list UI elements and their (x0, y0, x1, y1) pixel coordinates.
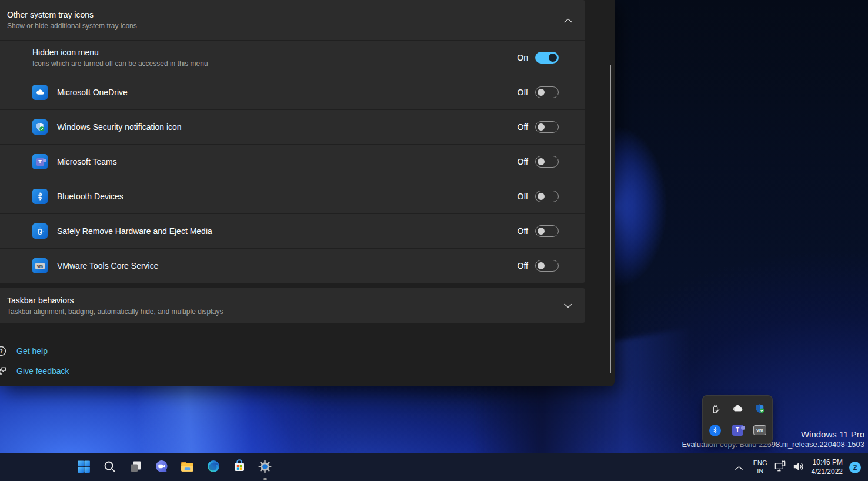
chevron-down-icon (564, 301, 572, 310)
svg-text:?: ? (0, 348, 3, 354)
edge-icon (206, 459, 221, 476)
expander-subtitle: Taskbar alignment, badging, automaticall… (7, 307, 223, 316)
teams-letter: T (736, 427, 739, 433)
onedrive-tray-icon[interactable] (727, 399, 747, 419)
help-icon: ? (0, 345, 7, 357)
taskbar-behaviors-expander[interactable]: Taskbar behaviors Taskbar alignment, bad… (0, 288, 585, 323)
toggle-state-label: On (517, 53, 528, 62)
windows-security-tray-icon[interactable] (750, 399, 770, 419)
link-label: Give feedback (16, 366, 69, 376)
system-status-icons[interactable] (774, 460, 805, 476)
other-tray-icons-header[interactable]: Other system tray icons Show or hide add… (0, 0, 585, 40)
search-button[interactable] (100, 458, 119, 477)
tray-icon-row-vmware: vm VMware Tools Core Service Off (0, 248, 585, 283)
show-hidden-icons-button[interactable] (732, 458, 747, 477)
teams-toggle[interactable] (535, 156, 559, 168)
tray-icon-row-bluetooth: Bluetooth Devices Off (0, 179, 585, 213)
start-button[interactable] (74, 458, 94, 477)
hidden-icon-menu-row: Hidden icon menu Icons which are turned … (0, 40, 585, 75)
chevron-up-icon (564, 16, 572, 25)
windows-security-toggle[interactable] (535, 121, 559, 133)
row-label: Microsoft Teams (57, 157, 117, 166)
windows-security-icon (32, 119, 48, 135)
chat-icon (155, 459, 169, 476)
collapse-expander-button[interactable] (559, 11, 577, 29)
volume-icon (792, 460, 805, 476)
vmware-tray-icon[interactable]: vm (750, 420, 770, 440)
bluetooth-toggle[interactable] (535, 191, 559, 202)
tray-icon-row-windows-security: Windows Security notification icon Off (0, 109, 585, 144)
row-subtitle: Icons which are turned off can be access… (32, 59, 208, 68)
vmware-toggle[interactable] (535, 260, 559, 272)
settings-button[interactable] (255, 458, 275, 477)
windows-start-icon (76, 459, 91, 476)
toggle-state-label: Off (518, 226, 528, 236)
onedrive-toggle[interactable] (535, 86, 559, 98)
tray-icon-row-teams: T Microsoft Teams Off (0, 144, 585, 179)
expander-title: Taskbar behaviors (7, 295, 223, 306)
row-label: Microsoft OneDrive (57, 88, 128, 97)
row-label: Bluetooth Devices (57, 192, 123, 201)
search-icon (103, 460, 116, 476)
file-explorer-button[interactable] (178, 458, 197, 477)
toggle-state-label: Off (518, 192, 528, 201)
file-explorer-icon (180, 459, 195, 476)
edge-button[interactable] (203, 458, 223, 477)
running-app-indicator (263, 478, 267, 480)
feedback-icon (0, 365, 7, 377)
clock[interactable]: 10:46 PM 4/21/2022 (812, 458, 843, 476)
taskbar-tray: ENG IN 10:46 PM 4/21/2022 2 (732, 453, 861, 481)
row-label: Windows Security notification icon (57, 122, 182, 132)
give-feedback-link[interactable]: Give feedback (0, 365, 615, 378)
expander-subtitle: Show or hide additional system tray icon… (7, 21, 137, 31)
teams-tray-icon[interactable]: T (727, 420, 747, 440)
settings-gear-icon (258, 459, 272, 476)
teams-icon: T (32, 154, 48, 169)
scrollbar[interactable] (610, 65, 611, 373)
toggle-state-label: Off (518, 88, 528, 97)
row-title: Hidden icon menu (32, 47, 208, 58)
language-line2: IN (753, 467, 767, 476)
language-line1: ENG (753, 459, 767, 467)
safely-remove-hardware-icon (32, 223, 48, 239)
taskbar-app-icons (74, 453, 275, 481)
safely-remove-toggle[interactable] (535, 225, 559, 237)
chevron-up-icon (735, 462, 743, 473)
task-view-icon (129, 459, 143, 476)
task-view-button[interactable] (126, 458, 145, 477)
row-label: VMware Tools Core Service (57, 261, 158, 270)
other-tray-icons-expander: Other system tray icons Show or hide add… (0, 0, 585, 283)
chat-button[interactable] (152, 458, 171, 477)
expand-expander-button[interactable] (559, 297, 577, 315)
microsoft-store-button[interactable] (229, 458, 249, 477)
toggle-state-label: Off (518, 261, 528, 270)
taskbar: ENG IN 10:46 PM 4/21/2022 2 (0, 453, 868, 481)
toggle-state-label: Off (518, 157, 528, 166)
vmware-letters: vm (37, 264, 43, 268)
tray-icon-row-onedrive: Microsoft OneDrive Off (0, 75, 585, 109)
get-help-link[interactable]: ? Get help (0, 345, 615, 358)
expander-title: Other system tray icons (7, 9, 137, 20)
network-icon (774, 460, 787, 476)
vmware-tools-icon: vm (32, 258, 48, 273)
time: 10:46 PM (812, 458, 843, 467)
onedrive-icon (32, 85, 48, 100)
row-label: Safely Remove Hardware and Eject Media (57, 226, 212, 236)
language-indicator[interactable]: ENG IN (753, 459, 767, 476)
safely-remove-hardware-tray-icon[interactable] (705, 399, 725, 419)
tray-icon-row-safely-remove: Safely Remove Hardware and Eject Media O… (0, 213, 585, 248)
notification-badge[interactable]: 2 (849, 462, 861, 473)
vmware-letters: vm (756, 427, 763, 433)
teams-letter: T (38, 159, 42, 165)
bluetooth-icon (32, 189, 48, 204)
hidden-icons-flyout: T vm (702, 395, 773, 444)
desktop: Other system tray icons Show or hide add… (0, 0, 868, 481)
date: 4/21/2022 (812, 467, 843, 477)
bluetooth-tray-icon[interactable] (705, 420, 725, 440)
hidden-icon-menu-toggle[interactable] (535, 52, 559, 64)
settings-window: Other system tray icons Show or hide add… (0, 0, 615, 386)
microsoft-store-icon (232, 459, 246, 476)
toggle-state-label: Off (518, 122, 528, 132)
link-label: Get help (16, 346, 48, 356)
